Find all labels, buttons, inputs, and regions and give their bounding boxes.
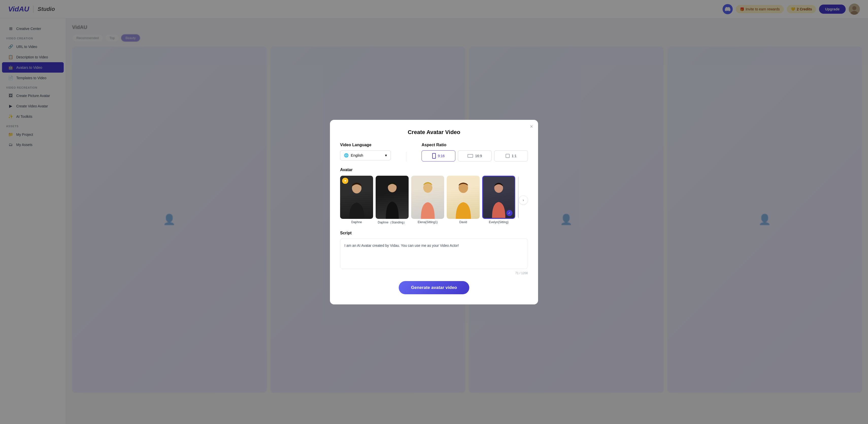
avatar-section-label: Avatar — [340, 168, 528, 172]
aspect-16-9-button[interactable]: 16:9 — [458, 150, 492, 161]
avatar-evelyn-check: ✓ — [506, 210, 513, 216]
avatar-isabella-img — [518, 176, 519, 219]
script-label: Script — [340, 231, 528, 235]
chevron-down-icon: ▾ — [385, 153, 387, 158]
avatar-section: Avatar — [340, 168, 528, 225]
create-avatar-video-modal: × Create Avatar Video Video Language 🌐 E… — [330, 120, 538, 304]
modal-close-button[interactable]: × — [530, 124, 533, 129]
avatar-david[interactable]: David — [447, 176, 480, 225]
aspect-16-9-icon — [467, 154, 473, 158]
aspect-ratio-label: Aspect Ratio — [422, 143, 528, 147]
language-section: Video Language 🌐 English ▾ — [340, 143, 391, 161]
svg-point-10 — [458, 183, 468, 192]
carousel-next-button[interactable]: › — [519, 195, 528, 205]
divider — [406, 152, 406, 161]
avatar-david-img — [447, 176, 480, 219]
avatar-evelyn-name: Evelyn(Sitting) — [482, 220, 515, 224]
aspect-ratio-group: 9:16 16:9 1:1 — [422, 150, 528, 161]
aspect-16-9-label: 16:9 — [475, 154, 482, 158]
script-section: Script I am an AI Avatar created by Vida… — [340, 231, 528, 275]
avatar-daphne-name: Daphne — [340, 220, 373, 224]
language-value: English — [351, 153, 363, 157]
generate-avatar-video-button[interactable]: Generate avatar video — [399, 281, 469, 294]
aspect-1-1-icon — [505, 154, 509, 158]
aspect-1-1-label: 1:1 — [512, 154, 517, 158]
avatar-isabella[interactable]: ♥ Isabella(Sitting) — [518, 176, 519, 225]
aspect-1-1-button[interactable]: 1:1 — [494, 150, 528, 161]
script-character-count: 71 / 1200 — [340, 271, 528, 275]
avatar-daphne-standing-name: Daphne（Standing） — [376, 220, 409, 225]
avatar-daphne-standing-img — [376, 176, 409, 219]
avatar-elena-name: Elena(Sitting1) — [411, 220, 444, 224]
avatar-scroll: ♥ Daphne — [340, 176, 519, 225]
avatar-isabella-name: Isabella(Sitting) — [518, 220, 519, 224]
avatar-evelyn-img: ✓ — [482, 176, 515, 219]
avatar-elena-img — [411, 176, 444, 219]
svg-point-8 — [423, 184, 432, 192]
aspect-9-16-icon — [432, 153, 436, 159]
globe-icon: 🌐 — [344, 153, 349, 158]
modal-overlay[interactable]: × Create Avatar Video Video Language 🌐 E… — [0, 0, 868, 424]
avatar-isabella-heart: ♥ — [342, 178, 348, 184]
aspect-ratio-section: Aspect Ratio 9:16 16:9 1:1 — [422, 143, 528, 161]
aspect-9-16-button[interactable]: 9:16 — [422, 150, 455, 161]
modal-title: Create Avatar Video — [340, 129, 528, 135]
aspect-9-16-label: 9:16 — [438, 154, 445, 158]
modal-top-row: Video Language 🌐 English ▾ Aspect Ratio … — [340, 143, 528, 161]
avatar-david-name: David — [447, 220, 480, 224]
avatar-evelyn[interactable]: ✓ Evelyn(Sitting) — [482, 176, 515, 225]
language-select[interactable]: 🌐 English ▾ — [340, 150, 391, 160]
avatar-elena[interactable]: Elena(Sitting1) — [411, 176, 444, 225]
avatar-daphne-standing[interactable]: ♥ Daphne（Standing） — [376, 176, 409, 225]
language-label: Video Language — [340, 143, 391, 147]
avatar-carousel: ♥ Daphne — [340, 176, 528, 225]
script-textarea[interactable]: I am an AI Avatar created by Vidau. You … — [340, 238, 528, 269]
